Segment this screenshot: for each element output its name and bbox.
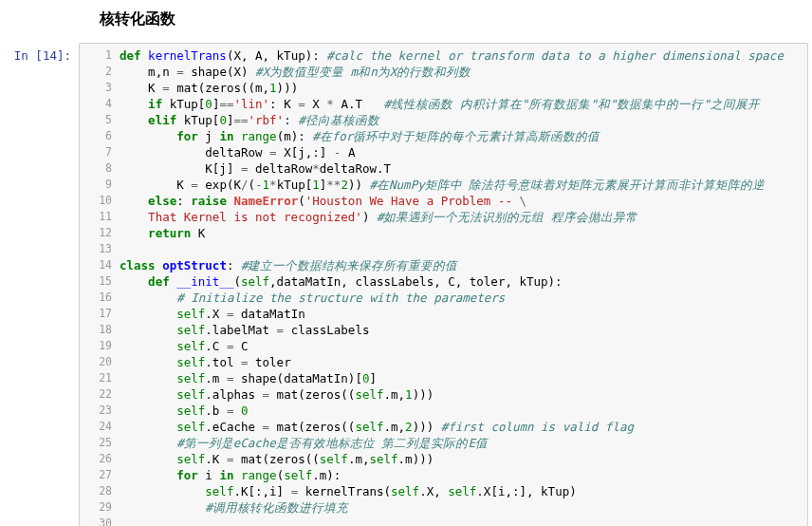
line-number: 15 (80, 273, 120, 290)
code-content[interactable]: self.C = C (120, 338, 807, 354)
line-number: 29 (80, 499, 120, 516)
code-line[interactable]: 21 self.m = shape(dataMatIn)[0] (80, 370, 807, 386)
code-content[interactable]: K = exp(K/(-1*kTup[1]**2)) #在NumPy矩阵中 除法… (120, 177, 807, 193)
code-content[interactable]: for i in range(self.m): (120, 467, 807, 483)
code-line[interactable]: 18 self.labelMat = classLabels (80, 322, 807, 338)
cell-prompt: In [14]: (0, 43, 79, 63)
code-content[interactable]: self.m = shape(dataMatIn)[0] (120, 370, 807, 386)
code-content[interactable]: That Kernel is not recognized') #如果遇到一个无… (120, 209, 807, 225)
code-content[interactable] (120, 516, 807, 526)
code-content[interactable]: self.K = mat(zeros((self.m,self.m))) (120, 451, 807, 467)
code-line[interactable]: 2 m,n = shape(X) #X为数值型变量 m和n为X的行数和列数 (80, 64, 807, 80)
code-content[interactable]: if kTup[0]=='lin': K = X * A.T #线性核函数 内积… (120, 96, 807, 112)
line-number: 3 (80, 80, 120, 96)
code-content[interactable]: self.K[:,i] = kernelTrans(self.X, self.X… (120, 483, 807, 499)
code-line[interactable]: 15 def __init__(self,dataMatIn, classLab… (80, 273, 807, 290)
notebook-container: 核转化函数 In [14]: 1def kernelTrans(X, A, kT… (0, 0, 812, 526)
line-number: 1 (80, 47, 120, 64)
code-content[interactable]: elif kTup[0]=='rbf': #径向基核函数 (120, 112, 807, 128)
code-line[interactable]: 7 deltaRow = X[j,:] - A (80, 144, 807, 160)
section-heading: 核转化函数 (0, 0, 812, 43)
code-content[interactable]: for j in range(m): #在for循环中对于矩阵的每个元素计算高斯… (120, 128, 807, 144)
line-number: 23 (80, 403, 120, 419)
code-line[interactable]: 13 (80, 241, 807, 257)
code-content[interactable]: def kernelTrans(X, A, kTup): #calc the k… (120, 47, 807, 64)
code-line[interactable]: 19 self.C = C (80, 338, 807, 354)
code-content[interactable]: self.X = dataMatIn (120, 306, 807, 322)
line-number: 18 (80, 322, 120, 338)
line-number: 24 (80, 419, 120, 435)
code-line[interactable]: 28 self.K[:,i] = kernelTrans(self.X, sel… (80, 483, 807, 499)
code-content[interactable]: class optStruct: #建立一个数据结构来保存所有重要的值 (120, 257, 807, 273)
code-cell: In [14]: 1def kernelTrans(X, A, kTup): #… (0, 43, 812, 526)
line-number: 14 (80, 257, 120, 273)
code-line[interactable]: 26 self.K = mat(zeros((self.m,self.m))) (80, 451, 807, 467)
code-content[interactable]: K = mat(zeros((m,1))) (120, 80, 807, 96)
code-line[interactable]: 6 for j in range(m): #在for循环中对于矩阵的每个元素计算… (80, 128, 807, 144)
code-line[interactable]: 11 That Kernel is not recognized') #如果遇到… (80, 209, 807, 225)
line-number: 30 (80, 516, 120, 526)
code-line[interactable]: 9 K = exp(K/(-1*kTup[1]**2)) #在NumPy矩阵中 … (80, 177, 807, 193)
code-content[interactable]: self.b = 0 (120, 403, 807, 419)
line-number: 10 (80, 193, 120, 209)
code-content[interactable]: self.labelMat = classLabels (120, 322, 807, 338)
line-number: 5 (80, 112, 120, 128)
line-number: 4 (80, 96, 120, 112)
line-number: 27 (80, 467, 120, 483)
code-line[interactable]: 5 elif kTup[0]=='rbf': #径向基核函数 (80, 112, 807, 128)
code-content[interactable]: m,n = shape(X) #X为数值型变量 m和n为X的行数和列数 (120, 64, 807, 80)
line-number: 6 (80, 128, 120, 144)
line-number: 22 (80, 386, 120, 403)
code-content[interactable]: else: raise NameError('Houston We Have a… (120, 193, 807, 209)
line-number: 13 (80, 241, 120, 257)
code-line[interactable]: 16 # Initialize the structure with the p… (80, 290, 807, 306)
code-content[interactable]: #调用核转化函数进行填充 (120, 499, 807, 516)
code-content[interactable]: self.tol = toler (120, 354, 807, 370)
code-line[interactable]: 25 #第一列是eCache是否有效地标志位 第二列是实际的E值 (80, 435, 807, 451)
line-number: 12 (80, 225, 120, 241)
line-number: 28 (80, 483, 120, 499)
code-line[interactable]: 27 for i in range(self.m): (80, 467, 807, 483)
line-number: 19 (80, 338, 120, 354)
code-content[interactable]: self.eCache = mat(zeros((self.m,2))) #fi… (120, 419, 807, 435)
code-line[interactable]: 12 return K (80, 225, 807, 241)
line-number: 7 (80, 144, 120, 160)
code-area[interactable]: 1def kernelTrans(X, A, kTup): #calc the … (79, 43, 808, 526)
code-line[interactable]: 24 self.eCache = mat(zeros((self.m,2))) … (80, 419, 807, 435)
code-content[interactable]: deltaRow = X[j,:] - A (120, 144, 807, 160)
line-number: 2 (80, 64, 120, 80)
code-content[interactable] (120, 241, 807, 257)
line-number: 16 (80, 290, 120, 306)
code-line[interactable]: 30 (80, 516, 807, 526)
code-line[interactable]: 17 self.X = dataMatIn (80, 306, 807, 322)
code-content[interactable]: # Initialize the structure with the para… (120, 290, 807, 306)
code-line[interactable]: 23 self.b = 0 (80, 403, 807, 419)
line-number: 8 (80, 160, 120, 177)
code-line[interactable]: 20 self.tol = toler (80, 354, 807, 370)
line-number: 21 (80, 370, 120, 386)
code-content[interactable]: self.alphas = mat(zeros((self.m,1))) (120, 386, 807, 403)
line-number: 25 (80, 435, 120, 451)
code-line[interactable]: 3 K = mat(zeros((m,1))) (80, 80, 807, 96)
code-line[interactable]: 1def kernelTrans(X, A, kTup): #calc the … (80, 47, 807, 64)
line-number: 9 (80, 177, 120, 193)
line-number: 17 (80, 306, 120, 322)
line-number: 26 (80, 451, 120, 467)
code-content[interactable]: def __init__(self,dataMatIn, classLabels… (120, 273, 807, 290)
line-number: 20 (80, 354, 120, 370)
code-line[interactable]: 8 K[j] = deltaRow*deltaRow.T (80, 160, 807, 177)
code-line[interactable]: 4 if kTup[0]=='lin': K = X * A.T #线性核函数 … (80, 96, 807, 112)
code-line[interactable]: 14class optStruct: #建立一个数据结构来保存所有重要的值 (80, 257, 807, 273)
code-content[interactable]: K[j] = deltaRow*deltaRow.T (120, 160, 807, 177)
code-content[interactable]: #第一列是eCache是否有效地标志位 第二列是实际的E值 (120, 435, 807, 451)
line-number: 11 (80, 209, 120, 225)
code-line[interactable]: 10 else: raise NameError('Houston We Hav… (80, 193, 807, 209)
code-content[interactable]: return K (120, 225, 807, 241)
code-line[interactable]: 22 self.alphas = mat(zeros((self.m,1))) (80, 386, 807, 403)
code-line[interactable]: 29 #调用核转化函数进行填充 (80, 499, 807, 516)
